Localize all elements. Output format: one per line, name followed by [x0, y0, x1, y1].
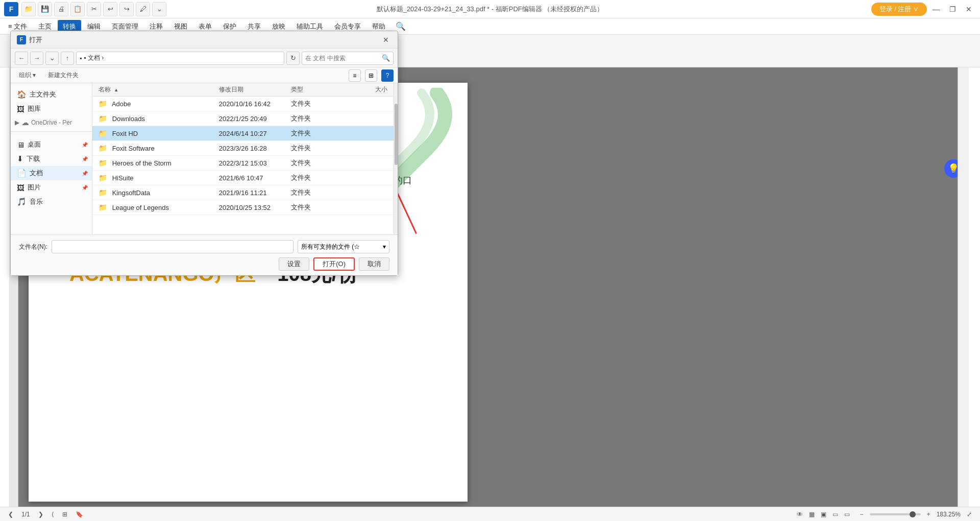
restore-button[interactable]: ❐ — [945, 2, 960, 16]
col-header-size[interactable]: 大小 — [351, 85, 387, 94]
left-panel-onedrive-expand[interactable]: ▶ ☁ OneDrive - Per — [11, 116, 92, 129]
undo-btn[interactable]: ↩ — [103, 2, 117, 16]
file-date-cell: 2021/9/16 11:21 — [219, 189, 291, 197]
cancel-button[interactable]: 取消 — [359, 257, 389, 271]
file-name-cell: 📁 Heroes of the Storm — [99, 159, 219, 167]
file-row[interactable]: 📁 KingsoftData 2021/9/16 11:21 文件夹 — [92, 185, 394, 200]
left-panel-downloads[interactable]: ⬇ 下载 📌 — [11, 152, 92, 166]
organize-button[interactable]: 组织 ▾ — [15, 70, 40, 81]
file-row[interactable]: 📁 Heroes of the Storm 2022/3/12 15:03 文件… — [92, 156, 394, 171]
file-rows-container: 📁 Adobe 2020/10/16 16:42 文件夹 📁 Downloads… — [92, 97, 394, 215]
left-panel-home[interactable]: 🏠 主文件夹 — [11, 87, 92, 102]
dialog-title-text: 打开 — [29, 35, 380, 44]
settings-button[interactable]: 设置 — [279, 257, 309, 271]
left-panel-documents[interactable]: 📄 文档 📌 — [11, 166, 92, 180]
help-button[interactable]: ? — [381, 69, 394, 82]
bookmark-btn[interactable]: 🔖 — [76, 511, 83, 518]
file-type-cell: 文件夹 — [291, 188, 351, 197]
print-btn[interactable]: 🖨 — [54, 2, 68, 16]
more-tools-btn[interactable]: ⌄ — [152, 2, 166, 16]
open-button[interactable]: 打开(O) — [313, 257, 355, 271]
left-panel-desktop[interactable]: 🖥 桌面 📌 — [11, 137, 92, 152]
menu-search-icon[interactable]: 🔍 — [396, 21, 406, 31]
left-panel-gallery[interactable]: 🖼 图库 — [11, 102, 92, 116]
pen-btn[interactable]: 🖊 — [136, 2, 150, 16]
home-label: 主文件夹 — [30, 90, 56, 99]
status-right: 👁 ▦ ▣ ▭ ▭ − + 183.25% ⤢ — [797, 511, 972, 518]
zoom-plus[interactable]: + — [927, 511, 930, 518]
minimize-button[interactable]: — — [929, 2, 943, 16]
left-panel-music[interactable]: 🎵 音乐 — [11, 195, 92, 209]
save-btn[interactable]: 💾 — [38, 2, 52, 16]
app-window: F 📁 💾 🖨 📋 ✂ ↩ ↪ 🖊 ⌄ 默认标题_2024-03-29+21_2… — [0, 0, 980, 521]
dialog-nav-bar: ← → ⌄ ↑ ▪ ▪ 文档 › ↻ 🔍 — [11, 49, 398, 68]
nav-forward-button[interactable]: → — [30, 52, 43, 65]
redo-btn[interactable]: ↪ — [119, 2, 134, 16]
downloads-icon: ⬇ — [17, 154, 23, 163]
page-nav-prev[interactable]: ❮ — [8, 511, 13, 518]
col-header-date[interactable]: 修改日期 — [219, 85, 291, 94]
path-bar[interactable]: ▪ ▪ 文档 › — [76, 52, 284, 65]
search-input[interactable] — [305, 55, 380, 62]
open-file-btn[interactable]: 📁 — [21, 2, 36, 16]
zoom-level: 183.25% — [937, 511, 961, 518]
path-text: ▪ 文档 › — [84, 54, 104, 62]
scrollbar-thumb[interactable] — [395, 104, 398, 165]
view-btn-3[interactable]: ▭ — [832, 511, 838, 518]
view-btn-2[interactable]: ▣ — [821, 511, 826, 518]
cut-btn[interactable]: ✂ — [87, 2, 101, 16]
view-btn-1[interactable]: ▦ — [809, 511, 815, 518]
new-folder-button[interactable]: 新建文件夹 — [44, 70, 83, 81]
pin-icon-desktop: 📌 — [82, 142, 88, 148]
file-row[interactable]: 📁 Adobe 2020/10/16 16:42 文件夹 — [92, 97, 394, 111]
gallery-label: 图库 — [28, 104, 41, 113]
pictures-label: 图片 — [28, 183, 41, 192]
right-tool-strip — [958, 67, 969, 507]
login-button[interactable]: 登录 / 注册 ∨ — [871, 3, 927, 16]
window-title: 默认标题_2024-03-29+21_24_33.pdf * - 福昕PDF编辑… — [377, 5, 604, 14]
filetype-dropdown[interactable]: 所有可支持的文件 (☆ ▾ — [298, 240, 389, 253]
file-name-text: KingsoftData — [112, 189, 150, 197]
details-view-button[interactable]: ⊞ — [365, 69, 377, 82]
expand-btn[interactable]: ⤢ — [967, 511, 972, 518]
file-row[interactable]: 📁 Foxit Software 2023/3/26 16:28 文件夹 — [92, 141, 394, 156]
dialog-close-button[interactable]: ✕ — [380, 34, 391, 45]
left-panel-pictures[interactable]: 🖼 图片 📌 — [11, 180, 92, 195]
list-view-button[interactable]: ≡ — [349, 69, 361, 82]
music-label: 音乐 — [30, 197, 43, 206]
zoom-minus[interactable]: − — [860, 511, 864, 518]
cloud-icon: ☁ — [21, 118, 29, 127]
folder-icon: 📁 — [99, 114, 107, 123]
dialog-left-panel: 🏠 主文件夹 🖼 图库 ▶ ☁ OneDrive - Per 🖥 桌面 📌 — [11, 83, 92, 234]
dialog-title-bar: F 打开 ✕ — [11, 31, 398, 49]
zoom-slider[interactable] — [870, 513, 921, 515]
scrollbar[interactable] — [394, 83, 398, 234]
nav-back-button[interactable]: ← — [15, 52, 28, 65]
pin-icon-pictures: 📌 — [82, 185, 88, 191]
col-header-name[interactable]: 名称 ▲ — [99, 85, 219, 94]
footer-row2: 设置 打开(O) 取消 — [19, 257, 389, 271]
file-row[interactable]: 📁 League of Legends 2020/10/25 13:52 文件夹 — [92, 200, 394, 215]
close-button[interactable]: ✕ — [962, 2, 976, 16]
clipboard-btn[interactable]: 📋 — [70, 2, 85, 16]
search-bar[interactable]: 🔍 — [302, 52, 394, 65]
page-thumb-btn[interactable]: ⊞ — [62, 511, 67, 518]
documents-icon: 📄 — [17, 169, 27, 178]
page-nav2-prev[interactable]: ⟨ — [52, 511, 54, 518]
view-btn-4[interactable]: ▭ — [844, 511, 850, 518]
file-row[interactable]: 📁 Downloads 2022/1/25 20:49 文件夹 — [92, 111, 394, 126]
file-name-text: HiSuite — [112, 174, 134, 182]
file-row[interactable]: 📁 Foxit HD 2024/6/14 10:27 文件夹 — [92, 126, 394, 141]
pin-icon-documents: 📌 — [82, 171, 88, 176]
file-type-cell: 文件夹 — [291, 99, 351, 108]
nav-up-button[interactable]: ↑ — [61, 52, 74, 65]
col-header-type[interactable]: 类型 — [291, 85, 351, 94]
file-date-cell: 2021/6/6 10:47 — [219, 174, 291, 182]
filename-input[interactable] — [52, 240, 293, 253]
nav-dropdown-button[interactable]: ⌄ — [45, 52, 59, 65]
status-bar: ❮ 1/1 ❯ ⟨ ⊞ 🔖 👁 ▦ ▣ ▭ ▭ − + 183.25% ⤢ — [0, 507, 980, 521]
file-name-text: Foxit HD — [112, 130, 138, 137]
file-row[interactable]: 📁 HiSuite 2021/6/6 10:47 文件夹 — [92, 171, 394, 185]
refresh-button[interactable]: ↻ — [286, 52, 300, 65]
page-nav-next[interactable]: ❯ — [38, 511, 43, 518]
